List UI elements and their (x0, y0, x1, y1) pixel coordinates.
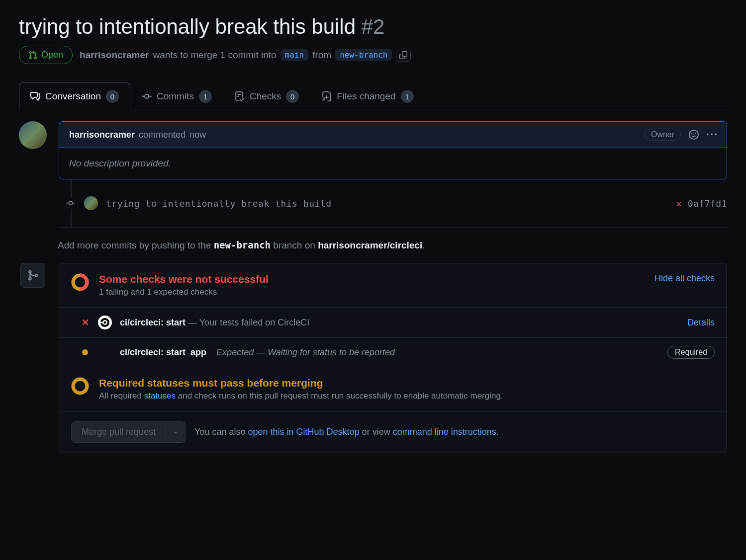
comment-header: harrisoncramer commented now Owner (59, 122, 727, 148)
required-status-section: Required statuses must pass before mergi… (59, 367, 727, 411)
merge-button[interactable]: Merge pull request (71, 421, 166, 443)
comment-author[interactable]: harrisoncramer (69, 130, 135, 140)
tab-files[interactable]: Files changed 1 (310, 82, 425, 110)
merge-dropdown-button[interactable] (166, 421, 186, 443)
check-name: ci/circleci: start (120, 318, 186, 327)
dot-fill-icon (82, 349, 88, 355)
push-hint-repo: harrisoncramer/circleci (318, 240, 422, 250)
push-hint-branch: new-branch (214, 240, 271, 250)
comment-time[interactable]: now (189, 130, 206, 140)
tab-commits[interactable]: Commits 1 (130, 82, 223, 110)
check-desc: Waiting for status to be reported (268, 347, 395, 357)
merge-hint: You can also open this in GitHub Desktop… (194, 427, 499, 437)
base-branch-chip[interactable]: main (280, 49, 309, 61)
pr-title: trying to intentionally break this build… (19, 15, 727, 39)
owner-badge: Owner (645, 129, 681, 141)
push-hint: Add more commits by pushing to the new-b… (19, 228, 727, 263)
check-desc: Your tests failed on CircleCI (199, 318, 309, 327)
checklist-icon (235, 91, 245, 101)
tab-checks-count: 0 (286, 90, 299, 103)
required-status-title: Required statuses must pass before mergi… (99, 377, 503, 389)
circleci-avatar (98, 316, 112, 329)
status-donut-icon (71, 273, 89, 291)
tab-conversation-count: 0 (106, 90, 119, 103)
comment-discussion-icon (30, 91, 40, 101)
pr-state-badge: Open (19, 46, 73, 64)
tab-conversation-label: Conversation (45, 91, 101, 102)
author-avatar[interactable] (19, 121, 47, 149)
tab-commits-count: 1 (199, 90, 212, 103)
open-desktop-link[interactable]: open this in GitHub Desktop (248, 427, 360, 437)
checks-summary-title: Some checks were not successful (99, 273, 269, 285)
smiley-icon (689, 130, 699, 140)
git-pull-request-icon (28, 51, 37, 60)
status-donut-icon (71, 377, 89, 395)
comment-body: No description provided. (59, 148, 727, 179)
statuses-link[interactable]: statuses (144, 391, 176, 400)
commit-message[interactable]: trying to intentionally break this build (106, 198, 331, 209)
tab-conversation[interactable]: Conversation 0 (19, 82, 130, 110)
comment-box: harrisoncramer commented now Owner No de… (59, 121, 727, 179)
triangle-down-icon (172, 429, 179, 436)
git-commit-icon (142, 91, 152, 101)
commit-node-icon (65, 198, 76, 209)
tab-nav: Conversation 0 Commits 1 Checks 0 Files … (19, 82, 727, 110)
merge-button-group: Merge pull request (71, 421, 186, 443)
commit-author-avatar[interactable] (84, 196, 98, 210)
head-branch-chip[interactable]: new-branch (335, 49, 392, 61)
check-name: ci/circleci: start_app (120, 347, 206, 357)
react-button[interactable] (689, 130, 699, 140)
pr-meta-row: Open harrisoncramer wants to merge 1 com… (19, 46, 727, 64)
check-row-pending: ci/circleci: start_app Expected — Waitin… (59, 338, 727, 367)
x-icon: ✕ (80, 317, 90, 328)
pr-author-link[interactable]: harrisoncramer (80, 50, 149, 61)
file-diff-icon (322, 91, 332, 101)
kebab-horizontal-icon (707, 130, 717, 140)
cli-instructions-link[interactable]: command line instructions (393, 427, 496, 437)
tab-checks-label: Checks (250, 91, 281, 102)
pr-number: #2 (362, 15, 385, 38)
copy-icon (399, 51, 407, 59)
divider (59, 227, 727, 228)
required-status-sub: All required statuses and check runs on … (99, 391, 503, 401)
kebab-button[interactable] (707, 130, 717, 140)
merge-icon-box (20, 263, 45, 288)
pr-meta-text: harrisoncramer wants to merge 1 commit i… (80, 49, 411, 62)
comment-action: commented (139, 130, 186, 140)
checks-summary-section: Some checks were not successful 1 failin… (59, 263, 727, 308)
commit-sha[interactable]: 0af7fd1 (688, 198, 727, 209)
check-row-fail: ✕ ci/circleci: start — Your tests failed… (59, 308, 727, 338)
tab-files-label: Files changed (337, 91, 395, 102)
required-badge: Required (667, 346, 715, 359)
pr-title-text: trying to intentionally break this build (19, 15, 356, 38)
merge-status-box: Some checks were not successful 1 failin… (59, 263, 727, 453)
tab-files-count: 1 (401, 90, 414, 103)
svg-point-2 (73, 379, 87, 393)
tab-commits-label: Commits (157, 91, 194, 102)
git-merge-icon (27, 269, 39, 281)
tab-checks[interactable]: Checks 0 (223, 82, 310, 110)
checks-summary-sub: 1 failing and 1 expected checks (99, 287, 269, 297)
check-details-link[interactable]: Details (687, 318, 715, 328)
timeline-commit-event: trying to intentionally break this build… (59, 179, 727, 227)
pr-state-text: Open (41, 50, 63, 60)
x-icon[interactable]: ✕ (676, 198, 681, 209)
merge-actions: Merge pull request You can also open thi… (59, 411, 727, 453)
hide-checks-link[interactable]: Hide all checks (654, 273, 715, 284)
copy-branch-button[interactable] (396, 49, 411, 62)
